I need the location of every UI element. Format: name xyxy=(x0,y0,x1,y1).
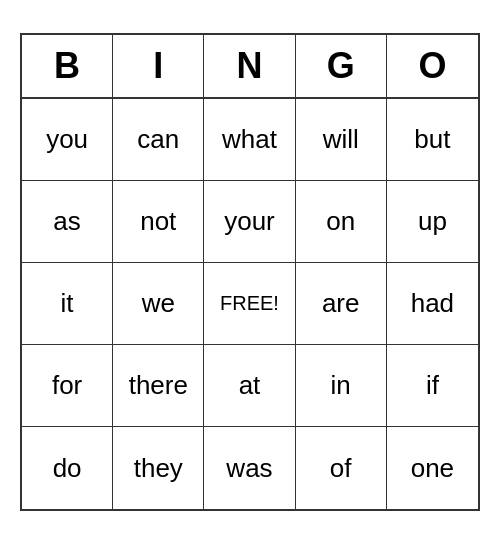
header-letter-g: G xyxy=(296,35,387,97)
cell-r3-c1: there xyxy=(113,345,204,427)
bingo-grid: youcanwhatwillbutasnotyouronupitweFREE!a… xyxy=(22,99,478,509)
cell-r2-c3: are xyxy=(296,263,387,345)
bingo-header: BINGO xyxy=(22,35,478,99)
cell-r1-c2: your xyxy=(204,181,295,263)
cell-r0-c1: can xyxy=(113,99,204,181)
cell-r4-c1: they xyxy=(113,427,204,509)
cell-r2-c0: it xyxy=(22,263,113,345)
cell-r1-c4: up xyxy=(387,181,478,263)
cell-r3-c2: at xyxy=(204,345,295,427)
cell-r2-c1: we xyxy=(113,263,204,345)
cell-r2-c4: had xyxy=(387,263,478,345)
header-letter-o: O xyxy=(387,35,478,97)
cell-r2-c2: FREE! xyxy=(204,263,295,345)
header-letter-i: I xyxy=(113,35,204,97)
cell-r1-c1: not xyxy=(113,181,204,263)
bingo-card: BINGO youcanwhatwillbutasnotyouronupitwe… xyxy=(20,33,480,511)
cell-r4-c2: was xyxy=(204,427,295,509)
cell-r4-c3: of xyxy=(296,427,387,509)
cell-r0-c4: but xyxy=(387,99,478,181)
header-letter-n: N xyxy=(204,35,295,97)
cell-r4-c0: do xyxy=(22,427,113,509)
cell-r0-c0: you xyxy=(22,99,113,181)
cell-r3-c3: in xyxy=(296,345,387,427)
cell-r3-c4: if xyxy=(387,345,478,427)
cell-r3-c0: for xyxy=(22,345,113,427)
cell-r0-c3: will xyxy=(296,99,387,181)
cell-r4-c4: one xyxy=(387,427,478,509)
cell-r0-c2: what xyxy=(204,99,295,181)
header-letter-b: B xyxy=(22,35,113,97)
cell-r1-c0: as xyxy=(22,181,113,263)
cell-r1-c3: on xyxy=(296,181,387,263)
